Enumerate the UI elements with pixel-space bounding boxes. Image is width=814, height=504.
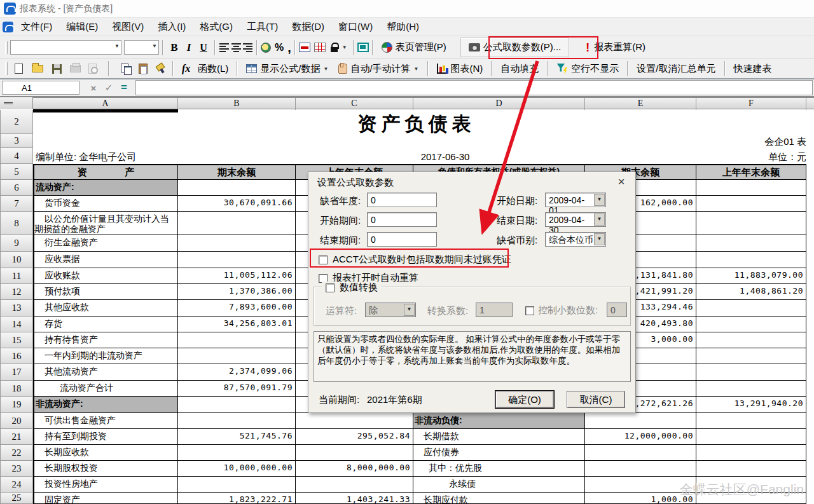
row-header[interactable]: 25 bbox=[0, 493, 33, 504]
chart-button[interactable]: 图表(N) bbox=[432, 60, 488, 78]
row-header[interactable]: 7 bbox=[0, 196, 33, 212]
cell[interactable] bbox=[696, 461, 806, 477]
confirm-entry-icon[interactable]: ✓ bbox=[101, 82, 116, 93]
cell[interactable]: 87,570,091.79 bbox=[178, 381, 296, 397]
currency-format-icon[interactable] bbox=[261, 43, 271, 53]
row-header[interactable]: 22 bbox=[0, 445, 33, 461]
underline-button[interactable]: U bbox=[196, 42, 211, 53]
cell[interactable] bbox=[696, 445, 806, 461]
cell[interactable]: 1,370,386.00 bbox=[178, 284, 296, 300]
align-right-icon[interactable] bbox=[242, 42, 253, 53]
cell[interactable]: 1,408,861.20 bbox=[696, 284, 806, 300]
cell[interactable] bbox=[696, 235, 806, 252]
row-header[interactable]: 16 bbox=[0, 348, 33, 364]
cell[interactable]: 流动资产合计 bbox=[33, 381, 178, 397]
cell[interactable]: 521,745.76 bbox=[178, 429, 296, 445]
cell[interactable]: 长期应收款 bbox=[33, 445, 178, 461]
toolbar-grip[interactable] bbox=[5, 62, 8, 75]
quick-table-button[interactable]: 快速建表 bbox=[729, 60, 777, 78]
cell[interactable] bbox=[696, 317, 806, 332]
hide-empty-rows-button[interactable]: 空行不显示 bbox=[551, 60, 624, 78]
row-header[interactable]: 2 bbox=[0, 110, 33, 134]
paste-icon[interactable] bbox=[139, 64, 148, 74]
formula-input[interactable] bbox=[135, 80, 813, 95]
percent-format-button[interactable]: % bbox=[275, 42, 284, 53]
page-manage-button[interactable]: 表页管理(P) bbox=[376, 39, 452, 56]
chevron-down-icon[interactable] bbox=[342, 44, 347, 50]
cell[interactable]: 非流动负债: bbox=[413, 413, 585, 429]
row-header[interactable]: 24 bbox=[0, 477, 33, 493]
cell[interactable] bbox=[696, 364, 806, 381]
cell[interactable] bbox=[296, 413, 413, 429]
comma-format-button[interactable]: , bbox=[287, 44, 291, 51]
cancel-button[interactable]: 取消(C) bbox=[567, 391, 625, 408]
cell[interactable]: 30,670,091.66 bbox=[178, 196, 296, 212]
open-file-icon[interactable] bbox=[32, 65, 43, 72]
chevron-down-icon[interactable] bbox=[324, 66, 329, 72]
col-header-b[interactable]: B bbox=[178, 98, 296, 110]
cancel-entry-icon[interactable]: × bbox=[86, 83, 101, 93]
cell[interactable] bbox=[178, 252, 296, 268]
col-header-e[interactable]: E bbox=[585, 98, 696, 110]
ok-button[interactable]: 确定(O) bbox=[495, 391, 554, 408]
col-header-c[interactable]: C bbox=[296, 98, 413, 110]
cell[interactable]: 固定资产 bbox=[33, 493, 178, 504]
cell[interactable]: 一年内到期的非流动资产 bbox=[33, 348, 178, 364]
cell[interactable] bbox=[696, 413, 806, 429]
chevron-down-icon[interactable] bbox=[152, 43, 157, 49]
cell[interactable] bbox=[696, 348, 806, 364]
row-header[interactable]: 21 bbox=[0, 429, 33, 445]
cell[interactable]: 资 产 bbox=[33, 164, 178, 180]
cell[interactable] bbox=[585, 461, 696, 477]
row-header[interactable]: 20 bbox=[0, 413, 33, 429]
cell[interactable] bbox=[296, 477, 413, 493]
cell[interactable]: 11,005,112.06 bbox=[178, 268, 296, 284]
cell[interactable]: 衍生金融资产 bbox=[33, 235, 178, 252]
cell-reference-box[interactable]: A1 bbox=[2, 81, 79, 95]
close-icon[interactable]: × bbox=[615, 175, 628, 189]
col-header-f[interactable]: F bbox=[696, 98, 806, 110]
cell[interactable]: 其他流动资产 bbox=[33, 364, 178, 381]
end-period-input[interactable]: 0 bbox=[367, 232, 437, 247]
cell[interactable] bbox=[696, 332, 806, 348]
row-header[interactable]: 3 bbox=[0, 134, 33, 148]
acct-checkbox[interactable]: ACCT公式取数时包括取数期间未过账凭证 bbox=[319, 254, 511, 266]
row-header[interactable]: 19 bbox=[0, 397, 33, 413]
menu-help[interactable]: 帮助(H) bbox=[380, 19, 425, 35]
start-period-input[interactable]: 0 bbox=[367, 212, 437, 227]
cell[interactable] bbox=[178, 413, 296, 429]
cell[interactable]: 以公允价值计量且其变动计入当期损益的金融资产 bbox=[33, 212, 178, 235]
cell[interactable] bbox=[696, 429, 806, 445]
row-header[interactable]: 18 bbox=[0, 381, 33, 397]
cell[interactable]: 其中：优先股 bbox=[413, 461, 585, 477]
row-header[interactable]: 15 bbox=[0, 332, 33, 348]
row-header[interactable]: 14 bbox=[0, 317, 33, 332]
menu-format[interactable]: 格式(G) bbox=[193, 19, 239, 35]
cell[interactable]: 非流动资产: bbox=[33, 397, 178, 413]
cell[interactable] bbox=[696, 300, 806, 317]
menu-view[interactable]: 视图(V) bbox=[106, 19, 150, 35]
row-header[interactable]: 17 bbox=[0, 364, 33, 381]
cell[interactable]: 8,000,000.00 bbox=[296, 461, 413, 477]
cell[interactable]: 上年年末余额 bbox=[696, 164, 806, 180]
cell[interactable]: 永续债 bbox=[413, 477, 585, 493]
cell[interactable]: 应付债券 bbox=[413, 445, 585, 461]
row-header[interactable]: 10 bbox=[0, 252, 33, 268]
cell[interactable]: 长期借款 bbox=[413, 429, 585, 445]
cell[interactable]: 长期应付款 bbox=[413, 493, 585, 504]
cell[interactable]: 1,823,222.71 bbox=[178, 493, 296, 504]
chevron-down-icon[interactable] bbox=[594, 233, 605, 245]
cell[interactable] bbox=[585, 413, 696, 429]
cell[interactable]: 7,893,600.00 bbox=[178, 300, 296, 317]
chevron-down-icon[interactable] bbox=[594, 194, 605, 206]
cell[interactable]: 持有待售资产 bbox=[33, 332, 178, 348]
auto-manual-calc-button[interactable]: 自动/手动计算 bbox=[333, 60, 424, 78]
menu-tools[interactable]: 工具(T) bbox=[240, 19, 284, 35]
cell[interactable]: 11,883,079.00 bbox=[696, 268, 806, 284]
checkbox-icon[interactable] bbox=[319, 255, 328, 264]
col-header-d[interactable]: D bbox=[413, 98, 585, 110]
cell[interactable]: 投资性房地产 bbox=[33, 477, 178, 493]
cell[interactable]: 应收票据 bbox=[33, 252, 178, 268]
cell[interactable]: 295,052.84 bbox=[296, 429, 413, 445]
cell[interactable] bbox=[696, 381, 806, 397]
